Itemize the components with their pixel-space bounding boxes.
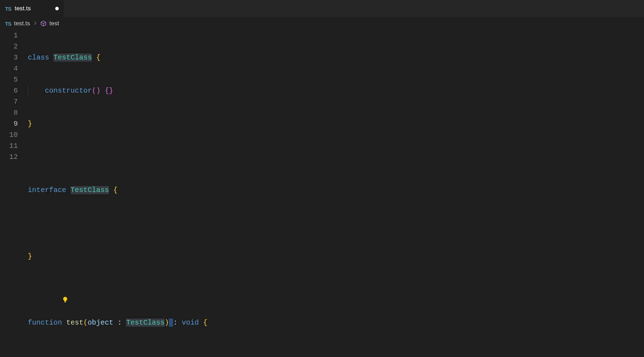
- breadcrumb: TS test.ts test: [0, 17, 644, 30]
- code-line[interactable]: [28, 218, 644, 229]
- svg-rect-0: [64, 302, 66, 302]
- line-number: 9: [0, 118, 18, 129]
- symbol-method-icon: [40, 20, 47, 27]
- line-number: 5: [0, 74, 18, 85]
- code-area[interactable]: class TestClass { constructor() {} } int…: [28, 30, 644, 357]
- code-editor[interactable]: 1 2 3 4 5 6 7 8 9 10 11 12 class TestCla…: [0, 30, 644, 357]
- code-line[interactable]: function test(object : TestClass) : void…: [28, 317, 644, 328]
- code-line[interactable]: [28, 284, 644, 295]
- line-number: 12: [0, 151, 18, 162]
- code-line[interactable]: [28, 151, 644, 162]
- code-line[interactable]: }: [28, 118, 644, 129]
- typescript-icon: TS: [5, 6, 11, 12]
- code-line[interactable]: class TestClass {: [28, 52, 644, 63]
- tab-test-ts[interactable]: TS test.ts: [0, 0, 64, 17]
- line-number: 11: [0, 140, 18, 151]
- code-line[interactable]: constructor() {}: [28, 85, 644, 96]
- line-number: 10: [0, 129, 18, 140]
- line-number: 2: [0, 41, 18, 52]
- code-line[interactable]: }: [28, 251, 644, 262]
- tab-filename: test.ts: [15, 5, 31, 12]
- line-number: 1: [0, 30, 18, 41]
- line-number: 6: [0, 85, 18, 96]
- unsaved-indicator-icon[interactable]: [55, 7, 59, 10]
- breadcrumb-file[interactable]: test.ts: [14, 20, 30, 27]
- typescript-icon: TS: [5, 21, 11, 27]
- line-number: 7: [0, 96, 18, 107]
- code-line[interactable]: interface TestClass {: [28, 185, 644, 196]
- lightbulb-icon[interactable]: [28, 284, 35, 291]
- breadcrumb-symbol[interactable]: test: [50, 20, 59, 27]
- line-number: 3: [0, 52, 18, 63]
- tab-bar: TS test.ts: [0, 0, 644, 17]
- line-number: 8: [0, 107, 18, 118]
- code-line[interactable]: [28, 350, 644, 357]
- chevron-right-icon: [33, 21, 37, 26]
- line-number-gutter: 1 2 3 4 5 6 7 8 9 10 11 12: [0, 30, 28, 357]
- line-number: 4: [0, 63, 18, 74]
